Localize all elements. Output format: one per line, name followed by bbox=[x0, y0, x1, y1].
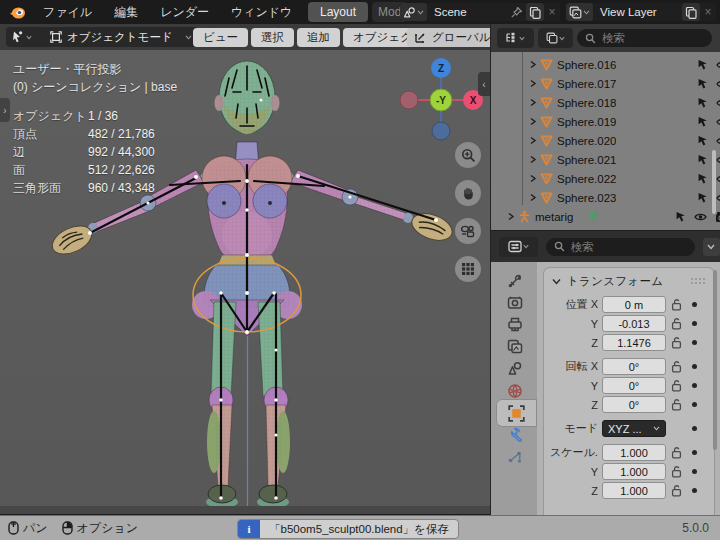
selectable-toggle-icon[interactable] bbox=[697, 154, 708, 166]
selectable-toggle-icon[interactable] bbox=[697, 192, 708, 204]
pin-icon[interactable] bbox=[510, 6, 523, 19]
toolbar-toggle-left[interactable]: › bbox=[0, 98, 10, 122]
properties-search-input[interactable] bbox=[569, 240, 665, 254]
object-name[interactable]: Sphere.020 bbox=[557, 135, 616, 147]
visibility-toggle-icon[interactable] bbox=[716, 98, 720, 108]
properties-tab-render[interactable] bbox=[499, 292, 531, 313]
sidebar-toggle-right[interactable]: ‹ bbox=[478, 72, 490, 96]
animate-dot[interactable] bbox=[692, 383, 697, 388]
axis-minus-z[interactable] bbox=[432, 122, 450, 140]
lock-toggle[interactable] bbox=[671, 484, 683, 497]
outliner-search-input[interactable] bbox=[600, 31, 704, 45]
view-layer-name[interactable]: View Layer bbox=[593, 6, 682, 18]
visibility-toggle-icon[interactable] bbox=[716, 174, 720, 184]
viewport-menu-2[interactable]: 追加 bbox=[297, 28, 340, 47]
animate-dot[interactable] bbox=[692, 340, 697, 345]
value-field[interactable]: 0 m bbox=[602, 296, 666, 313]
mode-selector[interactable]: オブジェクトモード bbox=[44, 27, 198, 47]
value-field[interactable]: 0° bbox=[602, 396, 666, 413]
animate-dot[interactable] bbox=[692, 469, 697, 474]
lock-toggle[interactable] bbox=[671, 379, 683, 392]
scene-new-copy-button[interactable] bbox=[526, 3, 544, 21]
selectable-toggle-icon[interactable] bbox=[697, 116, 708, 128]
value-field[interactable]: 1.1476 bbox=[602, 334, 666, 351]
blender-logo-icon[interactable] bbox=[9, 4, 26, 20]
animate-dot[interactable] bbox=[692, 426, 697, 431]
value-field[interactable]: 0° bbox=[602, 358, 666, 375]
viewport-3d[interactable]: ユーザー・平行投影 (0) シーンコレクション | base オブジェクト1 /… bbox=[0, 50, 490, 514]
selectable-toggle-icon[interactable] bbox=[675, 211, 686, 223]
pan-button[interactable] bbox=[455, 180, 481, 206]
properties-editor-type-button[interactable] bbox=[499, 237, 538, 257]
scene-name[interactable]: Scene bbox=[427, 6, 510, 18]
outliner-search[interactable] bbox=[577, 29, 712, 47]
axis-minus-x[interactable] bbox=[400, 91, 418, 109]
lock-toggle[interactable] bbox=[671, 465, 683, 478]
visibility-toggle-icon[interactable] bbox=[716, 60, 720, 70]
animate-dot[interactable] bbox=[692, 450, 697, 455]
transform-orientation-selector[interactable]: グローバル bbox=[407, 28, 490, 47]
selectable-toggle-icon[interactable] bbox=[697, 59, 708, 71]
visibility-toggle-icon[interactable] bbox=[716, 155, 720, 165]
visibility-toggle-icon[interactable] bbox=[716, 79, 720, 89]
outliner-row-Sphere.018[interactable]: Sphere.018 bbox=[491, 93, 720, 112]
outliner-row-Sphere.019[interactable]: Sphere.019 bbox=[491, 112, 720, 131]
properties-tab-tool[interactable] bbox=[499, 270, 531, 291]
outliner-scrollbar[interactable] bbox=[712, 150, 716, 214]
menu-2[interactable]: レンダー bbox=[149, 0, 220, 24]
visibility-toggle-icon[interactable] bbox=[716, 193, 720, 203]
outliner-row-Sphere.022[interactable]: Sphere.022 bbox=[491, 169, 720, 188]
properties-tab-output[interactable] bbox=[499, 314, 531, 335]
viewport-menu-0[interactable]: ビュー bbox=[193, 28, 248, 47]
selectable-toggle-icon[interactable] bbox=[697, 97, 708, 109]
animate-dot[interactable] bbox=[692, 402, 697, 407]
animate-dot[interactable] bbox=[692, 364, 697, 369]
outliner-row-metarig[interactable]: metarig bbox=[491, 207, 720, 226]
object-name[interactable]: Sphere.021 bbox=[557, 154, 616, 166]
properties-search[interactable] bbox=[546, 238, 695, 256]
camera-view-button[interactable] bbox=[455, 218, 481, 244]
menu-0[interactable]: ファイル bbox=[32, 0, 103, 24]
visibility-toggle-icon[interactable] bbox=[716, 136, 720, 146]
lock-toggle[interactable] bbox=[671, 317, 683, 330]
properties-tab-scene[interactable] bbox=[499, 358, 531, 379]
viewport-menu-1[interactable]: 選択 bbox=[251, 28, 294, 47]
save-notification[interactable]: i 「b50om5_sculpt00.blend」を保存 bbox=[237, 519, 459, 539]
menu-3[interactable]: ウィンドウ bbox=[220, 0, 303, 24]
toggle-grid-button[interactable] bbox=[455, 256, 481, 282]
active-tool-button[interactable] bbox=[6, 27, 48, 47]
outliner-row-Sphere.021[interactable]: Sphere.021 bbox=[491, 150, 720, 169]
scene-selector[interactable]: Scene × bbox=[400, 3, 560, 21]
object-name[interactable]: Sphere.023 bbox=[557, 192, 616, 204]
visibility-toggle-icon[interactable] bbox=[694, 212, 707, 222]
zoom-button[interactable] bbox=[455, 142, 481, 168]
outliner-row-Sphere.016[interactable]: Sphere.016 bbox=[491, 55, 720, 74]
properties-tab-modifiers[interactable] bbox=[499, 424, 531, 445]
transform-panel-header[interactable]: トランスフォーム bbox=[544, 268, 714, 294]
properties-tab-view-layer[interactable] bbox=[499, 336, 531, 357]
properties-tab-world[interactable] bbox=[499, 380, 531, 401]
view-layer-new-button[interactable] bbox=[682, 3, 700, 21]
outliner-filter-button[interactable] bbox=[538, 28, 573, 48]
visibility-toggle-icon[interactable] bbox=[716, 117, 720, 127]
axis-minus-y[interactable]: -Y bbox=[430, 89, 452, 111]
panel-grip-icon[interactable] bbox=[690, 277, 706, 285]
object-name[interactable]: Sphere.019 bbox=[557, 116, 616, 128]
scene-unlink-button[interactable]: × bbox=[544, 5, 560, 19]
outliner-row-Sphere.017[interactable]: Sphere.017 bbox=[491, 74, 720, 93]
view-layer-selector[interactable]: View Layer × bbox=[566, 3, 716, 21]
lock-toggle[interactable] bbox=[671, 336, 683, 349]
animate-dot[interactable] bbox=[692, 321, 697, 326]
selectable-toggle-icon[interactable] bbox=[697, 173, 708, 185]
navigation-gizmo[interactable]: Z -Y X bbox=[398, 58, 490, 144]
lock-toggle[interactable] bbox=[671, 298, 683, 311]
menu-1[interactable]: 編集 bbox=[103, 0, 149, 24]
value-field[interactable]: 0° bbox=[602, 377, 666, 394]
properties-tab-object[interactable] bbox=[496, 399, 537, 427]
scene-browse-button[interactable] bbox=[400, 3, 427, 21]
workspace-tab-layout[interactable]: Layout bbox=[308, 2, 368, 22]
object-name[interactable]: Sphere.018 bbox=[557, 97, 616, 109]
properties-tab-physics[interactable] bbox=[499, 446, 531, 467]
object-name[interactable]: metarig bbox=[535, 211, 573, 223]
properties-scrollbar[interactable] bbox=[713, 270, 717, 450]
